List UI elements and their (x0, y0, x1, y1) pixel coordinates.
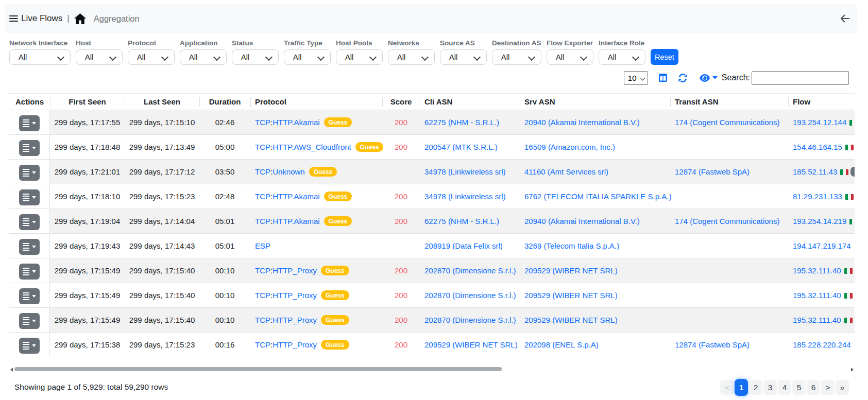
col-header-first-seen[interactable]: First Seen (50, 93, 125, 110)
row-actions-button[interactable] (19, 264, 40, 280)
pagination-last[interactable]: » (836, 380, 849, 395)
row-actions-button[interactable] (19, 338, 40, 354)
cli-asn-link[interactable]: 202870 (Dimensione S.r.l.) (424, 266, 516, 275)
scroll-right-arrow-icon[interactable] (851, 368, 854, 372)
columns-icon[interactable] (659, 74, 667, 82)
flow-ip-link[interactable]: 195.32.111.40 (793, 291, 841, 300)
srv-asn-link[interactable]: 16509 (Amazon.com, Inc.) (524, 143, 615, 151)
srv-asn-link[interactable]: 202098 (ENEL S.p.A) (524, 340, 599, 349)
scroll-left-arrow-icon[interactable] (10, 368, 13, 372)
srv-asn-link[interactable]: 20940 (Akamai International B.V.) (524, 217, 640, 225)
protocol-l4-link[interactable]: TCP (255, 266, 270, 275)
scrollbar-thumb[interactable] (14, 367, 502, 371)
cli-asn-link[interactable]: 34978 (Linkwireless srl) (424, 167, 506, 176)
srv-asn-link[interactable]: 20940 (Akamai International B.V.) (524, 118, 640, 127)
srv-asn-link[interactable]: 209529 (WIBER NET SRL) (524, 316, 618, 324)
flow-ip-link[interactable]: 195.32.111.40 (793, 316, 841, 324)
row-actions-button[interactable] (19, 239, 40, 255)
filter-select-host-pools[interactable]: All (336, 49, 383, 65)
transit-asn-link[interactable]: 174 (Cogent Communications) (675, 118, 779, 127)
protocol-l4-link[interactable]: TCP (255, 192, 270, 201)
cli-asn-link[interactable]: 202870 (Dimensione S.r.l.) (424, 291, 516, 300)
pagination-page-6[interactable]: 6 (807, 380, 820, 395)
protocol-l4-link[interactable]: TCP (255, 340, 270, 349)
filter-select-protocol[interactable]: All (128, 49, 175, 65)
cli-asn-link[interactable]: 34978 (Linkwireless srl) (424, 192, 506, 201)
col-header-score[interactable]: Score (382, 93, 420, 110)
search-input[interactable] (752, 71, 849, 85)
row-actions-button[interactable] (19, 189, 40, 205)
col-header-flow[interactable]: Flow (788, 93, 855, 110)
pagination-page-2[interactable]: 2 (749, 380, 762, 395)
reset-button[interactable]: Reset (651, 49, 678, 65)
filter-select-network-interface[interactable]: All (9, 49, 71, 65)
filter-select-status[interactable]: All (232, 49, 279, 65)
cli-asn-link[interactable]: 62275 (NHM - S.R.L.) (424, 118, 499, 127)
cli-asn-link[interactable]: 208919 (Data Felix srl) (424, 241, 503, 250)
flow-ip-link[interactable]: 185.228.220.244 (793, 340, 851, 349)
protocol-l4-link[interactable]: TCP (255, 118, 270, 127)
col-header-duration[interactable]: Duration (199, 93, 250, 110)
row-actions-button[interactable] (19, 214, 40, 230)
col-header-transit-asn[interactable]: Transit ASN (670, 93, 788, 110)
protocol-l4-link[interactable]: ESP (255, 241, 270, 250)
protocol-l4-link[interactable]: TCP (255, 217, 270, 225)
flow-ip-link[interactable]: 154.46.164.15 (793, 143, 842, 151)
srv-asn-link[interactable]: 209529 (WIBER NET SRL) (524, 266, 618, 275)
pagination-next[interactable]: > (821, 380, 835, 395)
filter-select-traffic-type[interactable]: All (284, 49, 331, 65)
protocol-app-link[interactable]: HTTP_Proxy (273, 316, 317, 324)
filter-select-interface-role[interactable]: All (599, 49, 645, 65)
menu-icon[interactable] (9, 15, 18, 22)
flow-ip-link[interactable]: 193.254.12.144 (793, 118, 846, 127)
home-icon[interactable] (74, 13, 86, 24)
filter-select-host[interactable]: All (76, 49, 123, 65)
col-header-srv-asn[interactable]: Srv ASN (520, 93, 670, 110)
pagination-page-5[interactable]: 5 (792, 380, 806, 395)
filter-select-destination-as[interactable]: All (492, 49, 541, 65)
pagination-page-3[interactable]: 3 (763, 380, 777, 395)
protocol-app-link[interactable]: HTTP_Proxy (273, 340, 317, 349)
srv-asn-link[interactable]: 6762 (TELECOM ITALIA SPARKLE S.p.A.) (524, 192, 671, 201)
protocol-app-link[interactable]: HTTP.Akamai (273, 217, 319, 225)
row-actions-button[interactable] (19, 288, 40, 304)
protocol-app-link[interactable]: HTTP.Akamai (273, 118, 319, 127)
row-actions-button[interactable] (19, 313, 40, 329)
cli-asn-link[interactable]: 202870 (Dimensione S.r.l.) (424, 316, 516, 324)
page-size-select[interactable]: 10 (624, 71, 648, 85)
col-header-cli-asn[interactable]: Cli ASN (420, 93, 520, 110)
srv-asn-link[interactable]: 209529 (WIBER NET SRL) (524, 291, 618, 300)
cli-asn-link[interactable]: 200547 (MTK S.R.L.) (424, 143, 498, 151)
protocol-app-link[interactable]: HTTP.AWS_Cloudfront (273, 143, 351, 151)
flow-ip-link[interactable]: 193.254.14.219 (793, 217, 846, 225)
protocol-l4-link[interactable]: TCP (255, 291, 270, 300)
col-header-actions[interactable]: Actions (9, 93, 50, 110)
transit-asn-link[interactable]: 12874 (Fastweb SpA) (675, 340, 750, 349)
row-actions-button[interactable] (19, 115, 40, 131)
flow-ip-link[interactable]: 195.32.111.40 (793, 266, 841, 275)
row-actions-button[interactable] (19, 165, 40, 181)
visibility-menu[interactable] (700, 74, 718, 82)
cli-asn-link[interactable]: 62275 (NHM - S.R.L.) (424, 217, 499, 225)
protocol-app-link[interactable]: HTTP.Akamai (273, 192, 319, 201)
pagination-page-4[interactable]: 4 (778, 380, 791, 395)
flow-ip-link[interactable]: 185.52.11.43 (793, 167, 837, 176)
filter-select-networks[interactable]: All (388, 49, 435, 65)
col-header-protocol[interactable]: Protocol (250, 93, 382, 110)
col-header-last-seen[interactable]: Last Seen (125, 93, 199, 110)
cli-asn-link[interactable]: 209529 (WIBER NET SRL) (424, 340, 518, 349)
pagination-page-1[interactable]: 1 (735, 379, 748, 396)
protocol-l4-link[interactable]: TCP (255, 316, 270, 324)
filter-select-source-as[interactable]: All (440, 49, 487, 65)
protocol-app-link[interactable]: HTTP_Proxy (273, 266, 317, 275)
refresh-icon[interactable] (678, 74, 687, 82)
back-arrow-icon[interactable] (840, 14, 850, 23)
protocol-l4-link[interactable]: TCP (255, 167, 270, 176)
protocol-app-link[interactable]: Unknown (273, 167, 305, 176)
horizontal-scrollbar[interactable] (9, 366, 855, 372)
flow-ip-link[interactable]: 81.29.231.133 (793, 192, 842, 201)
transit-asn-link[interactable]: 12874 (Fastweb SpA) (675, 167, 750, 176)
srv-asn-link[interactable]: 3269 (Telecom Italia S.p.A.) (524, 241, 619, 250)
flow-ip-link[interactable]: 194.147.219.174 (793, 241, 851, 250)
protocol-l4-link[interactable]: TCP (255, 143, 270, 151)
